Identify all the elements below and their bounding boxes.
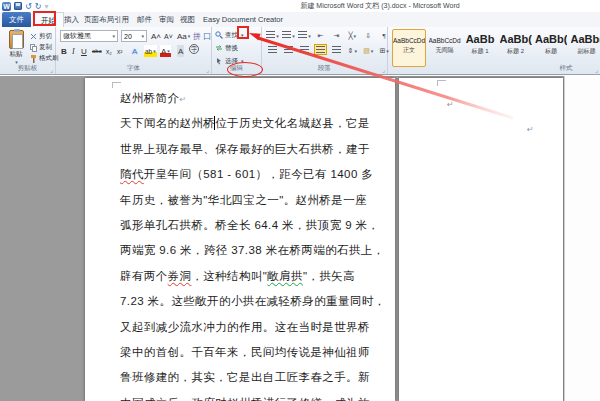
- copy-icon: [30, 44, 37, 52]
- change-case-button[interactable]: Aa▾: [177, 30, 190, 42]
- style-preview: AaBb(: [535, 33, 567, 45]
- multilevel-list-button[interactable]: ▾: [298, 30, 311, 41]
- quick-access-toolbar: W ↺ ↻ ▾: [2, 1, 48, 11]
- style-preview: AaBb(: [571, 33, 600, 45]
- ribbon-tab-row: 文件开始插入页面布局引用邮件审阅视图Easy Document Creator: [0, 12, 600, 27]
- paste-label: 粘贴: [4, 50, 28, 59]
- document-line[interactable]: 隋代开皇年间（581 - 601），距今已有 1400 多: [120, 162, 386, 187]
- style-card-标题[interactable]: AaBb(标题: [534, 29, 568, 67]
- styles-dialog-launcher[interactable]: ⌟: [595, 66, 598, 73]
- document-line[interactable]: 年历史，被誉为"华北四宝之一"。赵州桥是一座: [120, 188, 386, 213]
- tab-file[interactable]: 文件: [2, 12, 31, 27]
- sort-button[interactable]: ⇩: [362, 30, 375, 41]
- font-color-button[interactable]: A▾: [160, 45, 171, 57]
- asian-layout-button[interactable]: ╳▾: [346, 30, 359, 41]
- scissors-icon: [30, 33, 37, 40]
- undo-icon[interactable]: ↺: [25, 2, 32, 11]
- increase-indent-button[interactable]: ⇥: [330, 30, 343, 41]
- font-name-combo[interactable]: 微软雅黑▾: [60, 30, 118, 42]
- text-effects-button[interactable]: A: [132, 45, 137, 57]
- paste-icon: [9, 30, 24, 49]
- find-icon: [215, 31, 223, 39]
- shrink-font-button[interactable]: A˅: [164, 30, 173, 42]
- paragraph-group-label: 段落: [262, 64, 387, 73]
- clipboard-dialog-launcher[interactable]: ⌟: [50, 66, 53, 73]
- underline-button[interactable]: U: [81, 45, 87, 57]
- align-right-button[interactable]: [298, 45, 311, 56]
- replace-icon: [215, 44, 223, 52]
- document-line[interactable]: 世界上现存最早、保存最好的巨大石拱桥，建于: [120, 137, 386, 162]
- bullets-button[interactable]: ▾: [266, 30, 279, 41]
- style-name: 副标题: [571, 47, 600, 56]
- style-name: 无间隔: [429, 46, 461, 55]
- enclose-characters-button[interactable]: 字: [189, 44, 199, 54]
- document-line[interactable]: 辟有两个券洞，这种结构叫"敞肩拱"，拱矢高: [120, 264, 386, 289]
- style-name: 标题 1: [464, 47, 496, 56]
- style-card-标题 2[interactable]: AaBb(标题 2: [499, 29, 533, 67]
- distribute-button[interactable]: [330, 45, 343, 56]
- document-page-1[interactable]: 赵州桥简介↵天下闻名的赵州桥位于历史文化名城赵县，它是世界上现存最早、保存最好的…: [85, 78, 395, 401]
- style-preview: AaBb: [464, 33, 496, 45]
- document-line[interactable]: 天下闻名的赵州桥位于历史文化名城赵县，它是: [120, 111, 386, 136]
- font-size-combo[interactable]: 20▾: [121, 30, 147, 42]
- style-name: 正文: [393, 46, 425, 55]
- strikethrough-button[interactable]: abc: [92, 45, 102, 57]
- styles-group: AaBbCcDd正文AaBbCcDd无间隔AaBb标题 1AaBb(标题 2Aa…: [388, 27, 600, 74]
- format-painter-button[interactable]: 格式刷: [30, 53, 59, 64]
- copy-button[interactable]: 复制: [30, 42, 59, 53]
- qat-customize-icon[interactable]: ▾: [44, 2, 48, 11]
- tab-Easy Document Creator[interactable]: Easy Document Creator: [196, 12, 290, 27]
- line-spacing-button[interactable]: ⇕▾: [346, 45, 359, 56]
- document-line[interactable]: 两端宽 9.6 米，跨径 37.38 米在桥两端的石拱上，: [120, 238, 386, 263]
- cut-button[interactable]: 剪切: [30, 31, 59, 42]
- save-icon[interactable]: [14, 2, 22, 10]
- document-page-2[interactable]: ↵↵: [399, 78, 563, 401]
- paragraph-dialog-launcher[interactable]: ⌟: [382, 66, 385, 73]
- redo-icon[interactable]: ↻: [35, 2, 42, 11]
- phonetic-guide-icon[interactable]: 拼: [193, 30, 201, 42]
- replace-button[interactable]: 替换: [215, 42, 238, 54]
- italic-button[interactable]: I: [72, 45, 75, 57]
- document-text[interactable]: 赵州桥简介↵天下闻名的赵州桥位于历史文化名城赵县，它是世界上现存最早、保存最好的…: [120, 86, 386, 401]
- title-bar: W ↺ ↻ ▾ 新建 Microsoft Word 文档 (3).docx - …: [0, 0, 600, 12]
- style-card-正文[interactable]: AaBbCcDd正文: [392, 29, 426, 67]
- style-name: 标题: [535, 47, 567, 56]
- format-painter-icon: [30, 55, 37, 63]
- grow-font-button[interactable]: A˄: [151, 30, 161, 42]
- document-line[interactable]: 梁中的首创。千百年来，民间均传说是神仙祖师: [120, 340, 386, 365]
- highlight-color-button[interactable]: ab▾: [144, 45, 157, 57]
- align-center-button[interactable]: [282, 45, 295, 56]
- font-group-label: 字体: [56, 64, 211, 73]
- word-logo-icon[interactable]: W: [2, 2, 11, 11]
- styles-group-label: 样式: [546, 64, 586, 73]
- document-line[interactable]: 赵州桥简介↵: [120, 86, 386, 111]
- style-card-副标题[interactable]: AaBb(副标题: [570, 29, 600, 67]
- scrollbar-track[interactable]: [564, 76, 600, 401]
- justify-button[interactable]: [314, 44, 327, 55]
- document-line[interactable]: 7.23 米。这些敞开的小拱在减轻桥身的重量同时，: [120, 289, 386, 314]
- character-shading-button[interactable]: A: [177, 45, 184, 57]
- document-line[interactable]: 又起到减少流水冲力的作用。这在当时是世界桥: [120, 315, 386, 340]
- paragraph-group: ▾ ▾ ▾ ⇤ ⇥ ╳▾ ⇩ ¶ ⇕▾ ▨▾ ⊞▾ 段落 ⌟: [262, 27, 388, 74]
- window-title: 新建 Microsoft Word 文档 (3).docx - Microsof…: [250, 1, 510, 11]
- font-dialog-launcher[interactable]: ⌟: [206, 66, 209, 73]
- annotation-ellipse-editing-label: [227, 62, 263, 77]
- decrease-indent-button[interactable]: ⇤: [314, 30, 327, 41]
- align-left-button[interactable]: [266, 45, 279, 56]
- style-card-标题 1[interactable]: AaBb标题 1: [463, 29, 497, 67]
- style-preview: AaBb(: [500, 33, 532, 45]
- bold-button[interactable]: B: [61, 45, 67, 57]
- text-cursor: [214, 116, 215, 130]
- subscript-button[interactable]: x₂: [106, 45, 112, 57]
- superscript-button[interactable]: x²: [117, 45, 122, 57]
- character-border-icon[interactable]: 囗: [203, 30, 211, 42]
- document-line[interactable]: 中国成立后，政府对赵州桥进行了修缮，成为旅: [120, 391, 386, 401]
- margin-corner-mark: [437, 80, 446, 86]
- numbering-button[interactable]: ▾: [282, 30, 295, 41]
- document-workspace: 赵州桥简介↵天下闻名的赵州桥位于历史文化名城赵县，它是世界上现存最早、保存最好的…: [0, 76, 600, 401]
- document-line[interactable]: 鲁班修建的，其实，它是出自工匠李春之手。新: [120, 365, 386, 390]
- clipboard-group-label: 剪贴板: [0, 64, 55, 73]
- shading-button[interactable]: ▨▾: [362, 45, 375, 56]
- style-card-无间隔[interactable]: AaBbCcDd无间隔: [428, 29, 462, 67]
- document-line[interactable]: 弧形单孔石拱桥。桥全长 64.4 米，拱顶宽 9 米，: [120, 213, 386, 238]
